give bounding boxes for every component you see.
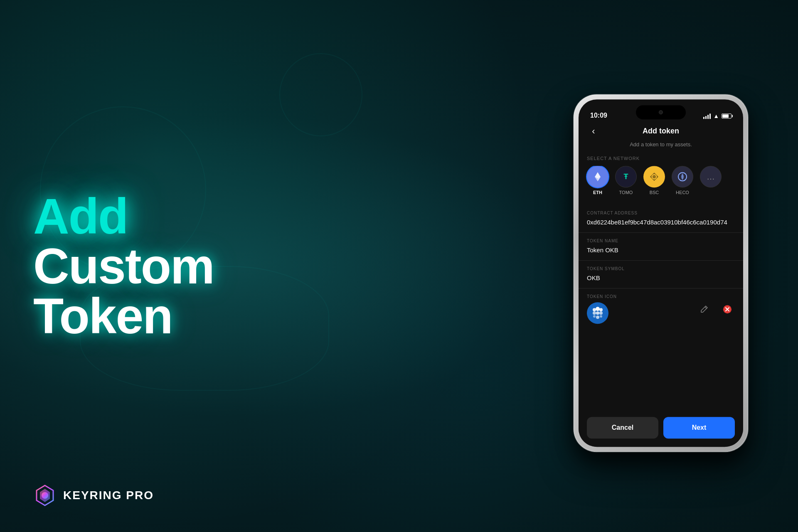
signal-bar-1	[703, 117, 704, 119]
svg-point-11	[593, 311, 596, 315]
next-button[interactable]: Next	[663, 417, 735, 438]
page-subtitle: Add a token to my assets.	[579, 141, 743, 153]
bottom-buttons: Cancel Next	[587, 417, 735, 438]
pencil-icon	[700, 305, 708, 313]
token-symbol-section: TOKEN SYMBOL OKB	[579, 261, 743, 288]
svg-point-0	[42, 492, 48, 499]
svg-point-6	[653, 175, 656, 178]
signal-bar-2	[705, 116, 707, 119]
phone-frame: 10:09 ▲	[574, 94, 748, 452]
logo-area: KEYRING PRO	[33, 484, 154, 507]
other-icon: …	[700, 166, 722, 187]
status-icons: ▲	[703, 113, 732, 119]
keyring-logo-icon	[33, 484, 57, 507]
svg-text:Ŧ: Ŧ	[624, 172, 628, 181]
network-item-bsc[interactable]: BSC	[643, 166, 665, 195]
delete-circle-icon	[722, 304, 732, 314]
title-line-add: Add	[33, 191, 299, 241]
camera-dot	[659, 110, 663, 114]
battery-fill	[722, 114, 729, 118]
token-name-label: TOKEN NAME	[587, 239, 735, 243]
page-title: Add token	[643, 127, 679, 135]
logo-text: KEYRING PRO	[63, 489, 154, 502]
svg-marker-2	[652, 172, 657, 175]
title-line-token: Token	[33, 291, 299, 341]
tomo-icon: Ŧ	[615, 166, 637, 187]
token-icon-display	[587, 302, 608, 324]
token-icon-label: TOKEN ICON	[587, 294, 688, 299]
token-name-section: TOKEN NAME Token OKB	[579, 233, 743, 261]
svg-point-8	[593, 308, 596, 311]
token-symbol-value[interactable]: OKB	[587, 273, 735, 282]
svg-marker-3	[652, 178, 657, 181]
contract-address-label: CONTRACT ADDRESS	[587, 211, 735, 215]
svg-point-16	[600, 315, 602, 318]
cancel-button[interactable]: Cancel	[587, 417, 658, 438]
back-chevron-icon: ‹	[592, 126, 595, 137]
status-time: 10:09	[590, 112, 607, 119]
network-item-tomo[interactable]: Ŧ TOMO	[615, 166, 637, 195]
nav-header: ‹ Add token	[579, 122, 743, 140]
contract-address-value[interactable]: 0xd6224be81ef9bc47d8ac03910bf46c6ca0190d…	[587, 218, 735, 227]
delete-icon-button[interactable]	[720, 302, 735, 317]
edit-icon-button[interactable]	[697, 302, 712, 317]
contract-address-section: CONTRACT ADDRESS 0xd6224be81ef9bc47d8ac0…	[579, 205, 743, 233]
heco-label: HECO	[676, 190, 689, 195]
svg-point-9	[596, 307, 600, 311]
svg-marker-4	[650, 174, 653, 179]
back-button[interactable]: ‹	[587, 125, 600, 138]
signal-bar-4	[709, 113, 711, 119]
svg-point-15	[596, 315, 599, 319]
network-item-eth[interactable]: ETH	[587, 166, 608, 195]
wifi-icon: ▲	[713, 113, 719, 119]
network-selector: ETH Ŧ TOMO	[579, 166, 743, 195]
signal-bars-icon	[703, 113, 711, 119]
title-line-custom: Custom	[33, 241, 299, 291]
bsc-label: BSC	[650, 190, 659, 195]
token-icon-section: TOKEN ICON	[579, 288, 743, 330]
phone-screen: 10:09 ▲	[579, 99, 743, 447]
signal-bar-3	[707, 115, 709, 119]
heco-icon	[672, 166, 693, 187]
okb-icon-svg	[591, 306, 604, 320]
network-section-label: SELECT A NETWORK	[579, 156, 743, 161]
battery-icon	[722, 113, 732, 118]
network-item-other[interactable]: …	[700, 166, 722, 195]
eth-icon	[587, 166, 608, 187]
network-item-heco[interactable]: HECO	[672, 166, 693, 195]
svg-marker-5	[656, 174, 658, 179]
svg-point-12	[596, 311, 599, 315]
left-content: Add Custom Token	[33, 191, 299, 341]
app-content: ‹ Add token Add a token to my assets. SE…	[579, 122, 743, 447]
svg-point-13	[599, 311, 603, 315]
svg-point-14	[593, 315, 596, 318]
token-name-value[interactable]: Token OKB	[587, 246, 735, 254]
main-heading: Add Custom Token	[33, 191, 299, 341]
phone-mockup: 10:09 ▲	[574, 94, 748, 452]
eth-label: ETH	[593, 190, 602, 195]
svg-point-10	[599, 308, 603, 311]
token-symbol-label: TOKEN SYMBOL	[587, 266, 735, 271]
tomo-label: TOMO	[619, 190, 633, 195]
bsc-icon	[643, 166, 665, 187]
dynamic-island	[636, 105, 686, 119]
